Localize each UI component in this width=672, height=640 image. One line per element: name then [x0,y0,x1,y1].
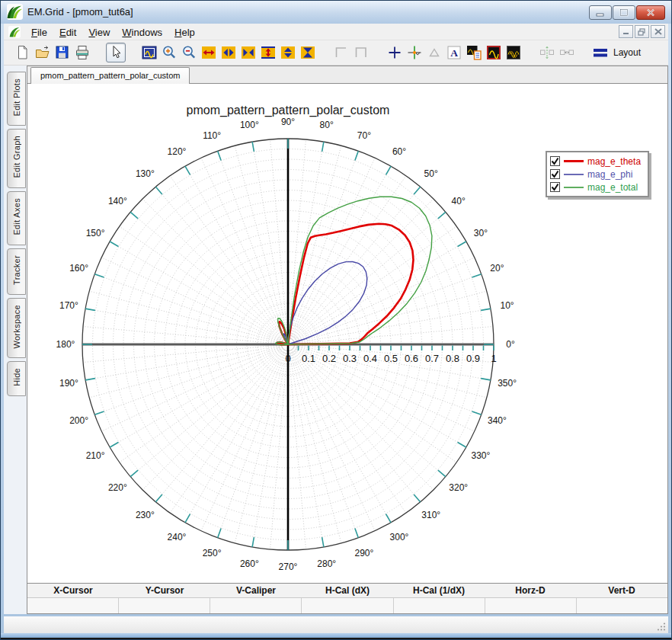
open-file-button[interactable] [33,43,53,62]
svg-text:230°: 230° [136,510,155,520]
svg-text:0.2: 0.2 [322,353,336,364]
select-cursor-button[interactable] [106,43,126,62]
open-file-icon [34,44,51,61]
svg-text:70°: 70° [357,130,371,141]
menu-help[interactable]: Help [168,25,201,40]
minimize-button[interactable] [589,5,612,20]
rect-mode-icon [353,44,370,61]
zoom-out-icon [181,44,197,61]
graph-overlay-button[interactable] [504,43,523,62]
title-bar[interactable]: EM.Grid - [pmom_tut6a] [1,1,671,24]
new-file-icon [14,44,31,61]
zoom-in-icon [161,44,178,61]
svg-text:60°: 60° [392,146,406,157]
sidebar-tab-edit-plots[interactable]: Edit Plots [7,72,26,126]
svg-text:160°: 160° [69,263,88,274]
legend-checkbox[interactable] [550,182,560,192]
text-annotation-button[interactable]: A [444,43,464,62]
mdi-restore-button[interactable] [635,25,649,38]
legend: mag_e_thetamag_e_phimag_e_total [546,151,649,197]
layout-button[interactable] [590,43,610,62]
cursor-value-cell [485,598,576,613]
legend-item-mag_e_theta: mag_e_theta [550,155,641,168]
zoom-in-button[interactable] [159,43,179,62]
graph-with-legend-button[interactable] [464,43,484,62]
expand-x-button[interactable] [199,43,219,62]
svg-text:0.3: 0.3 [343,353,357,364]
sidebar-tab-edit-graph[interactable]: Edit Graph [7,129,26,188]
legend-label: mag_e_phi [587,169,632,180]
svg-text:40°: 40° [452,196,466,206]
menu-windows[interactable]: Windows [116,25,168,40]
sidebar-tab-workspace[interactable]: Workspace [7,298,26,359]
select-cursor-icon [107,44,124,61]
cursor-value-cell [210,598,301,613]
stretch-x-button[interactable] [219,43,238,62]
sidebar-tab-hide[interactable]: Hide [7,361,26,396]
svg-text:0.7: 0.7 [425,353,439,364]
sidebar-tab-edit-axes[interactable]: Edit Axes [7,191,26,245]
print-button[interactable] [72,43,92,62]
menu-edit[interactable]: Edit [53,25,82,40]
mdi-minimize-button[interactable] [619,25,633,38]
compress-y-button[interactable] [298,43,318,62]
legend-checkbox[interactable] [550,156,560,166]
document-tab[interactable]: pmom_pattern_pattern_polar_custom [30,67,190,84]
svg-text:130°: 130° [136,168,155,179]
document-tabbar: pmom_pattern_pattern_polar_custom [27,66,667,84]
rect-mode-button [351,43,371,62]
triangle-marker-button [424,43,444,62]
series-mag_e_phi [283,262,367,345]
svg-text:0: 0 [285,353,290,364]
svg-text:290°: 290° [354,548,373,558]
maximize-button[interactable] [613,5,635,20]
svg-text:140°: 140° [108,196,127,206]
compress-x-button[interactable] [238,43,258,62]
close-button[interactable] [636,5,665,20]
menu-view[interactable]: View [82,25,116,40]
graph-active-button[interactable] [484,43,504,62]
cursor-value-cell [576,598,667,613]
stretch-y-icon [280,44,296,61]
tracker-point-button[interactable] [405,43,424,62]
crosshair-button[interactable] [385,43,405,62]
svg-text:210°: 210° [86,450,105,461]
mdi-minimize-icon [622,28,630,35]
sidebar-tab-label: Edit Plots [12,78,21,116]
new-file-button[interactable] [13,43,33,62]
save-button[interactable] [53,43,72,62]
mdi-close-button[interactable] [651,25,665,38]
stretch-y-button[interactable] [278,43,298,62]
svg-text:250°: 250° [203,548,222,558]
sidebar-tab-tracker[interactable]: Tracker [7,248,26,295]
cursor-column-h-cal-dx-: H-Cal (dX) [302,584,393,597]
sidebar-tab-label: Tracker [12,255,21,285]
expand-y-button[interactable] [258,43,278,62]
cursor-column-x-cursor: X-Cursor [27,584,119,597]
svg-text:0.1: 0.1 [302,353,315,364]
svg-text:120°: 120° [168,146,187,157]
resize-grip-icon[interactable] [657,620,666,634]
legend-checkbox[interactable] [550,169,560,179]
main-area: Edit PlotsEdit GraphEdit AxesTrackerWork… [4,66,668,614]
compress-y-icon [299,44,316,61]
autoscale-button[interactable] [139,43,159,62]
svg-text:20°: 20° [490,263,504,274]
plot-title: pmom_pattern_pattern_polar_custom [187,104,390,117]
svg-text:30°: 30° [474,228,488,238]
menu-file[interactable]: File [25,25,53,40]
app-logo-icon [7,4,23,20]
zoom-out-button[interactable] [179,43,199,62]
svg-text:0.4: 0.4 [363,353,377,364]
legend-line-sample [564,187,584,188]
tracker-point-icon [406,44,423,61]
cursor-readout-bar: X-CursorY-CursorV-CaliperH-Cal (dX)H-Cal… [27,583,667,613]
svg-text:260°: 260° [240,558,259,569]
svg-text:270°: 270° [279,562,298,572]
svg-text:300°: 300° [390,532,409,542]
svg-text:150°: 150° [86,228,105,238]
document-icon [8,26,21,38]
text-annotation-icon: A [446,44,462,61]
sidebar-tab-label: Edit Axes [12,198,21,235]
svg-text:240°: 240° [168,532,187,542]
